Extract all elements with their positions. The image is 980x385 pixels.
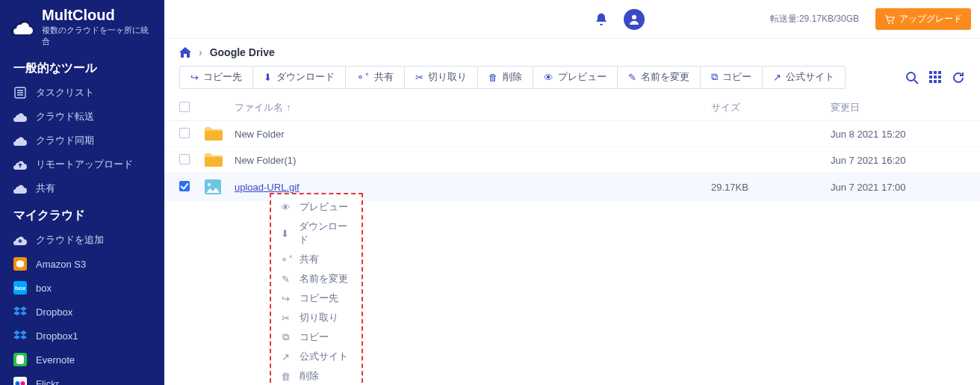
folder-icon <box>205 153 235 167</box>
nav-remote-upload[interactable]: リモートアップロード <box>0 153 164 176</box>
eye-icon: 👁 <box>280 202 291 213</box>
cloud-dropbox[interactable]: Dropbox <box>0 300 164 324</box>
breadcrumb: › Google Drive <box>164 39 980 66</box>
brand-logo-icon <box>9 14 36 41</box>
cloud-icon <box>13 110 27 123</box>
svg-rect-15 <box>938 80 941 83</box>
row-checkbox[interactable] <box>179 154 190 164</box>
breadcrumb-current[interactable]: Google Drive <box>210 46 275 58</box>
tb-preview[interactable]: 👁プレビュー <box>533 67 617 88</box>
svg-rect-11 <box>934 76 937 78</box>
nav-transfer[interactable]: クラウド転送 <box>0 105 164 129</box>
ctx-site[interactable]: ↗公式サイト <box>271 347 362 366</box>
ctx-label: 公式サイト <box>300 350 348 363</box>
svg-point-17 <box>208 183 211 186</box>
tb-copy[interactable]: ⧉コピー <box>700 67 762 88</box>
chevron-right-icon: › <box>199 46 202 58</box>
tb-cut[interactable]: ✂切り取り <box>404 67 477 88</box>
tb-download[interactable]: ⬇ダウンロード <box>252 67 345 88</box>
svg-rect-14 <box>934 80 937 83</box>
home-icon[interactable] <box>179 47 191 58</box>
ctx-copy[interactable]: ⧉コピー <box>271 327 362 347</box>
brand: MultCloud 複数のクラウドを一ヶ所に統合 <box>0 0 164 53</box>
sidebar: MultCloud 複数のクラウドを一ヶ所に統合 一般的なツール タスクリスト … <box>0 0 164 385</box>
svg-point-6 <box>907 73 915 81</box>
toolbar: ↪コピー先 ⬇ダウンロード ⚬˂共有 ✂切り取り 🗑削除 👁プレビュー ✎名前を… <box>179 66 846 89</box>
table-row[interactable]: New Folder Jun 8 2021 15:20 <box>164 121 980 147</box>
ctx-rename[interactable]: ✎名前を変更 <box>271 269 362 289</box>
file-link[interactable]: upload-URL.gif <box>235 182 300 193</box>
cloud-amazon-s3[interactable]: Amazon S3 <box>0 252 164 276</box>
upgrade-button[interactable]: アップグレード <box>875 8 971 30</box>
svg-rect-8 <box>934 71 937 74</box>
cloud-plus-icon <box>13 233 27 247</box>
dropbox-icon <box>13 329 27 342</box>
cloud-label: Dropbox1 <box>36 330 78 342</box>
scissors-icon: ✂ <box>415 72 424 83</box>
table-row[interactable]: New Folder(1) Jun 7 2021 16:20 <box>164 147 980 173</box>
download-icon: ⬇ <box>280 228 290 239</box>
tb-label: プレビュー <box>558 71 607 84</box>
ctx-download[interactable]: ⬇ダウンロード <box>271 217 362 250</box>
svg-rect-12 <box>938 76 941 78</box>
cloud-evernote[interactable]: Evernote <box>0 348 164 372</box>
cloud-label: box <box>36 283 52 294</box>
select-all-checkbox[interactable] <box>179 102 190 112</box>
pencil-icon: ✎ <box>628 72 636 83</box>
ctx-cut[interactable]: ✂切り取り <box>271 308 362 327</box>
col-date[interactable]: 変更日 <box>831 101 965 114</box>
nav-tasklist[interactable]: タスクリスト <box>0 81 164 105</box>
ctx-preview[interactable]: 👁プレビュー <box>271 197 362 217</box>
nav-label: リモートアップロード <box>36 158 133 171</box>
copy-icon: ⧉ <box>280 331 291 343</box>
tb-rename[interactable]: ✎名前を変更 <box>617 67 700 88</box>
nav-add-cloud[interactable]: クラウドを追加 <box>0 228 164 252</box>
tb-label: 削除 <box>503 71 522 84</box>
col-size[interactable]: サイズ <box>711 101 831 114</box>
external-icon: ↗ <box>773 72 781 83</box>
nav-label: クラウド転送 <box>36 110 94 123</box>
tb-delete[interactable]: 🗑削除 <box>477 67 533 88</box>
list-icon <box>13 86 27 99</box>
ctx-label: 削除 <box>300 369 319 383</box>
cloud-flickr[interactable]: Flickr <box>0 372 164 385</box>
notifications-icon[interactable] <box>591 9 612 30</box>
svg-point-3 <box>632 15 636 19</box>
section-title-general: 一般的なツール <box>0 53 164 81</box>
cloud-box[interactable]: box box <box>0 276 164 300</box>
file-name: New Folder <box>235 129 711 140</box>
col-name[interactable]: ファイル名↑ <box>235 101 711 114</box>
ctx-label: 名前を変更 <box>300 272 348 286</box>
ctx-share[interactable]: ⚬˂共有 <box>271 250 362 269</box>
cloud-dropbox1[interactable]: Dropbox1 <box>0 324 164 348</box>
grid-view-icon[interactable] <box>929 71 941 84</box>
refresh-icon[interactable] <box>952 71 965 84</box>
tb-site[interactable]: ↗公式サイト <box>762 67 845 88</box>
arrow-icon: ↪ <box>190 72 199 83</box>
main: 転送量:29.17KB/30GB アップグレード › Google Drive … <box>164 0 980 385</box>
evernote-icon <box>13 353 27 366</box>
row-checkbox[interactable] <box>179 181 190 191</box>
file-size: 29.17KB <box>711 182 831 193</box>
nav-label: タスクリスト <box>36 86 94 99</box>
tb-copy-to[interactable]: ↪コピー先 <box>180 67 252 88</box>
search-icon[interactable] <box>905 71 919 84</box>
gif-file-icon <box>205 179 235 194</box>
nav-sync[interactable]: クラウド同期 <box>0 129 164 153</box>
user-avatar-icon[interactable] <box>624 9 645 30</box>
nav-label: クラウドを追加 <box>36 233 104 247</box>
nav-share[interactable]: 共有 <box>0 176 164 200</box>
upgrade-label: アップグレード <box>899 13 962 25</box>
ctx-delete[interactable]: 🗑削除 <box>271 366 362 385</box>
ctx-copy-to[interactable]: ↪コピー先 <box>271 289 362 308</box>
svg-point-5 <box>892 22 893 24</box>
view-icons <box>905 67 976 95</box>
tb-label: コピー先 <box>203 71 242 84</box>
ctx-label: 共有 <box>300 253 319 266</box>
sort-asc-icon: ↑ <box>286 102 291 113</box>
brand-tagline: 複数のクラウドを一ヶ所に統合 <box>42 25 155 47</box>
eye-icon: 👁 <box>544 73 553 83</box>
tb-share[interactable]: ⚬˂共有 <box>345 67 404 88</box>
row-checkbox[interactable] <box>179 128 190 138</box>
share-icon: ⚬˂ <box>356 72 370 83</box>
